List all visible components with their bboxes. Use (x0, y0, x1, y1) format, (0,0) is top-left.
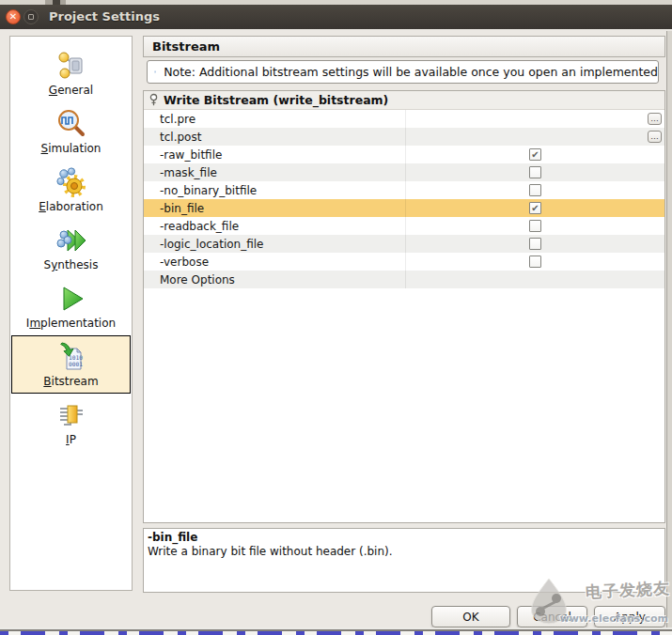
info-icon (154, 65, 156, 79)
table-row[interactable]: More Options (144, 271, 664, 288)
checkbox-unchecked[interactable] (529, 238, 541, 250)
ip-icon (55, 398, 87, 432)
checkbox-checked[interactable]: ✔ (529, 202, 541, 214)
option-name: -logic_location_file (144, 235, 405, 253)
project-settings-dialog: ✕ Project Settings General Simulation El… (0, 5, 672, 627)
sidebar-item-label: IP (66, 433, 76, 446)
description-title: -bin_file (148, 531, 661, 544)
option-value (405, 235, 664, 253)
option-name: tcl.pre (144, 110, 405, 128)
option-name: More Options (144, 271, 405, 288)
checkbox-unchecked[interactable] (529, 184, 541, 196)
close-button[interactable]: ✕ (6, 9, 21, 24)
description-text: Write a binary bit file without header (… (148, 545, 661, 558)
sidebar-item-synthesis[interactable]: Synthesis (11, 219, 131, 277)
table-row[interactable]: -verbose (144, 253, 664, 271)
sidebar-item-label: Implementation (26, 317, 116, 330)
table-row[interactable]: tcl.post… (144, 128, 664, 146)
sidebar-item-implementation[interactable]: Implementation (11, 277, 131, 335)
restore-button[interactable] (23, 9, 39, 24)
sidebar-item-elaboration[interactable]: Elaboration (11, 161, 131, 219)
background-window-bottom (0, 627, 672, 635)
sidebar-item-general[interactable]: General (11, 44, 131, 102)
table-row[interactable]: -no_binary_bitfile (144, 181, 664, 199)
option-value: … (405, 110, 664, 128)
option-value (405, 271, 664, 288)
option-name: -no_binary_bitfile (144, 181, 405, 199)
browse-button[interactable]: … (648, 113, 662, 125)
sidebar-item-bitstream[interactable]: 1010 0001 Bitstream (11, 335, 131, 394)
checkbox-unchecked[interactable] (529, 256, 541, 268)
option-value: ✔ (405, 199, 664, 217)
option-value: … (405, 128, 664, 146)
locate-icon (148, 93, 159, 107)
dialog-right-edge (666, 31, 672, 627)
option-name: tcl.post (144, 128, 405, 146)
table-row[interactable]: tcl.pre… (144, 110, 664, 128)
section-header: Write Bitstream (write_bitstream) (144, 91, 664, 110)
browse-button[interactable]: … (648, 131, 662, 143)
note-text: Note: Additional bitstream settings will… (164, 65, 658, 79)
general-icon (55, 49, 87, 83)
sidebar-item-simulation[interactable]: Simulation (11, 102, 131, 161)
ok-button[interactable]: OK (431, 606, 510, 627)
option-value (405, 217, 664, 235)
main-panel: Bitstream Note: Additional bitstream set… (143, 36, 665, 627)
option-value (405, 163, 664, 181)
table-row[interactable]: -logic_location_file (144, 235, 664, 253)
description-panel: -bin_file Write a binary bit file withou… (143, 528, 665, 593)
table-row[interactable]: -mask_file (144, 163, 664, 181)
option-name: -mask_file (144, 163, 405, 181)
background-links (0, 631, 672, 635)
window-title: Project Settings (49, 9, 160, 23)
bitstream-icon: 1010 0001 (55, 340, 87, 374)
dialog-buttons: OK Cancel Apply (431, 606, 665, 627)
checkbox-unchecked[interactable] (529, 220, 541, 232)
checkbox-unchecked[interactable] (529, 166, 541, 178)
option-name: -bin_file (144, 199, 405, 217)
options-rows: tcl.pre…tcl.post…-raw_bitfile✔-mask_file… (144, 110, 664, 288)
option-value (405, 181, 664, 199)
svg-text:0001: 0001 (69, 361, 83, 367)
table-row[interactable]: -bin_file✔ (144, 199, 664, 217)
titlebar[interactable]: ✕ Project Settings (0, 5, 672, 29)
sidebar-item-label: Bitstream (43, 375, 98, 388)
sidebar-item-label: Synthesis (44, 258, 99, 271)
note-banner: Note: Additional bitstream settings will… (147, 60, 659, 84)
apply-button[interactable]: Apply (594, 606, 665, 627)
option-name: -verbose (144, 253, 405, 271)
restore-icon (28, 14, 34, 20)
page-title: Bitstream (152, 39, 220, 54)
sidebar-list: General Simulation Elaboration Synthesis (9, 36, 133, 591)
svg-text:1010: 1010 (69, 354, 83, 361)
sidebar-item-ip[interactable]: IP (11, 394, 131, 452)
sidebar-item-label: Simulation (41, 142, 102, 155)
option-value: ✔ (405, 146, 664, 163)
option-value (405, 253, 664, 271)
cancel-button[interactable]: Cancel (517, 606, 587, 627)
page-title-bar: Bitstream (143, 36, 665, 57)
options-panel: Write Bitstream (write_bitstream) tcl.pr… (143, 90, 665, 523)
sidebar-item-label: General (49, 84, 93, 97)
elaboration-icon (55, 165, 87, 199)
option-name: -readback_file (144, 217, 405, 235)
section-title: Write Bitstream (write_bitstream) (164, 93, 388, 107)
implementation-icon (55, 282, 87, 316)
simulation-icon (55, 107, 87, 141)
table-row[interactable]: -readback_file (144, 217, 664, 235)
synthesis-icon (55, 224, 87, 257)
option-name: -raw_bitfile (144, 146, 405, 163)
checkbox-checked[interactable]: ✔ (529, 148, 541, 161)
sidebar-item-label: Elaboration (39, 200, 103, 213)
table-row[interactable]: -raw_bitfile✔ (144, 146, 664, 163)
